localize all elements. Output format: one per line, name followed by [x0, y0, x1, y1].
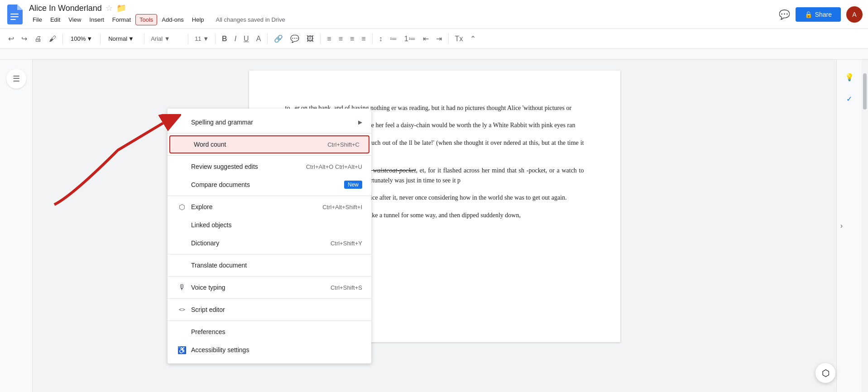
indent-less-button[interactable]: ⇤ — [420, 33, 432, 45]
menu-item-linked-objects[interactable]: Linked objects — [168, 216, 371, 234]
clear-format-button[interactable]: Tx — [452, 33, 466, 45]
print-button[interactable]: 🖨 — [32, 33, 44, 45]
align-right-button[interactable]: ≡ — [347, 33, 357, 45]
underline-button[interactable]: U — [241, 33, 252, 45]
voice-icon: 🎙 — [177, 283, 187, 292]
explore-floating-button[interactable]: ⬡ — [815, 363, 835, 383]
divider-4 — [188, 33, 188, 44]
doc-title-row: Alice In Wonderland ☆ 📁 — [29, 3, 285, 13]
spelling-label: Spelling and grammar — [191, 119, 358, 126]
divider-1 — [62, 33, 63, 44]
document-title[interactable]: Alice In Wonderland — [29, 4, 102, 13]
menu-section-voice: 🎙 Voice typing Ctrl+Shift+S — [168, 276, 371, 298]
paragraph-style-selector[interactable]: Normal ▼ — [104, 34, 140, 43]
image-button[interactable]: 🖼 — [304, 33, 317, 45]
preferences-label: Preferences — [191, 328, 362, 335]
menu-section-explore: ⬡ Explore Ctrl+Alt+Shift+I Linked object… — [168, 196, 371, 254]
menu-item-wordcount[interactable]: Word count Ctrl+Shift+C — [169, 135, 369, 153]
comment-icon[interactable]: 💬 — [779, 9, 790, 20]
title-area: Alice In Wonderland ☆ 📁 File Edit View I… — [29, 3, 285, 25]
font-size-btn[interactable]: 11 ▼ — [192, 33, 211, 44]
left-sidebar-strip: ☰ — [0, 60, 33, 392]
main-area: ☰ toorco er on the bank, and of having n… — [0, 60, 868, 392]
folder-icon[interactable]: 📁 — [116, 3, 126, 13]
menu-item-explore[interactable]: ⬡ Explore Ctrl+Alt+Shift+I — [168, 198, 371, 216]
avatar[interactable]: A — [846, 6, 863, 23]
vertical-scrollbar[interactable] — [862, 60, 868, 392]
smart-compose-icon[interactable]: 💡 — [841, 69, 858, 85]
style-label: Normal — [108, 35, 127, 42]
redo-button[interactable]: ↪ — [19, 33, 30, 45]
align-left-button[interactable]: ≡ — [324, 33, 334, 45]
divider-8 — [372, 33, 373, 44]
accessibility-icon: ♿ — [177, 346, 187, 354]
script-icon: <> — [177, 306, 187, 313]
menu-section-spelling: Spelling and grammar ▶ — [168, 111, 371, 133]
menu-item-preferences[interactable]: Preferences — [168, 323, 371, 341]
align-center-button[interactable]: ≡ — [336, 33, 345, 45]
menu-file[interactable]: File — [29, 14, 46, 25]
zoom-arrow: ▼ — [86, 35, 92, 42]
menu-tools[interactable]: Tools — [135, 14, 157, 25]
list-button[interactable]: ≔ — [387, 33, 400, 45]
share-label: Share — [815, 11, 832, 18]
star-icon[interactable]: ☆ — [106, 3, 113, 13]
menu-item-translate[interactable]: Translate document — [168, 256, 371, 274]
font-name-btn[interactable]: Arial ▼ — [148, 33, 184, 44]
menu-item-compare[interactable]: Compare documents New — [168, 176, 371, 194]
indent-more-button[interactable]: ⇥ — [433, 33, 445, 45]
menu-item-script[interactable]: <> Script editor — [168, 301, 371, 319]
align-justify-button[interactable]: ≡ — [359, 33, 368, 45]
wordcount-shortcut: Ctrl+Shift+C — [327, 141, 360, 148]
line-spacing-button[interactable]: ↕ — [376, 33, 385, 45]
compare-badge: New — [344, 181, 362, 189]
menu-section-script: <> Script editor — [168, 298, 371, 320]
divider-2 — [100, 33, 101, 44]
review-label: Review suggested edits — [191, 163, 306, 170]
more-options-button[interactable]: ⌃ — [467, 33, 479, 45]
check-icon[interactable]: ✓ — [841, 91, 858, 107]
title-bar: Alice In Wonderland ☆ 📁 File Edit View I… — [0, 0, 868, 29]
translate-label: Translate document — [191, 262, 362, 269]
paint-format-button[interactable]: 🖌 — [46, 33, 59, 45]
undo-button[interactable]: ↩ — [5, 33, 17, 45]
share-button[interactable]: 🔒 Share — [796, 7, 841, 22]
outline-icon[interactable]: ☰ — [6, 69, 26, 89]
accessibility-label: Accessibility settings — [191, 346, 362, 354]
linked-objects-label: Linked objects — [191, 221, 362, 229]
explore-icon: ⬡ — [177, 203, 187, 211]
toolbar: ↩ ↪ 🖨 🖌 100% ▼ Normal ▼ Arial ▼ 11 ▼ B I… — [0, 29, 868, 49]
comment-button[interactable]: 💬 — [288, 33, 302, 45]
italic-button[interactable]: I — [232, 33, 239, 45]
svg-rect-2 — [10, 19, 16, 20]
menu-item-review[interactable]: Review suggested edits Ctrl+Alt+O Ctrl+A… — [168, 158, 371, 176]
dictionary-label: Dictionary — [191, 239, 331, 247]
menu-view[interactable]: View — [65, 14, 85, 25]
compare-label: Compare documents — [191, 181, 340, 188]
tools-dropdown-menu: Spelling and grammar ▶ Word count Ctrl+S… — [168, 109, 371, 363]
menu-insert[interactable]: Insert — [86, 14, 108, 25]
divider-7 — [320, 33, 321, 44]
menu-format[interactable]: Format — [109, 14, 134, 25]
spelling-arrow: ▶ — [358, 119, 362, 125]
menu-addons[interactable]: Add-ons — [158, 14, 187, 25]
script-label: Script editor — [191, 306, 362, 313]
bold-button[interactable]: B — [219, 33, 230, 45]
divider-9 — [448, 33, 449, 44]
scrollbar-thumb[interactable] — [863, 73, 867, 110]
menu-item-accessibility[interactable]: ♿ Accessibility settings — [168, 341, 371, 359]
text-color-button[interactable]: A — [254, 33, 264, 45]
numbered-list-button[interactable]: 1≔ — [402, 33, 418, 45]
style-arrow: ▼ — [128, 35, 134, 42]
ruler — [0, 49, 868, 60]
menu-item-spelling[interactable]: Spelling and grammar ▶ — [168, 113, 371, 131]
saved-status: All changes saved in Drive — [216, 16, 285, 23]
menu-item-dictionary[interactable]: Dictionary Ctrl+Shift+Y — [168, 234, 371, 252]
menu-section-translate: Translate document — [168, 254, 371, 276]
expand-sidebar-button[interactable]: › — [840, 222, 843, 230]
menu-help[interactable]: Help — [188, 14, 208, 25]
menu-edit[interactable]: Edit — [47, 14, 64, 25]
zoom-selector[interactable]: 100% ▼ — [67, 34, 96, 43]
menu-item-voice[interactable]: 🎙 Voice typing Ctrl+Shift+S — [168, 278, 371, 296]
link-button[interactable]: 🔗 — [271, 33, 286, 45]
